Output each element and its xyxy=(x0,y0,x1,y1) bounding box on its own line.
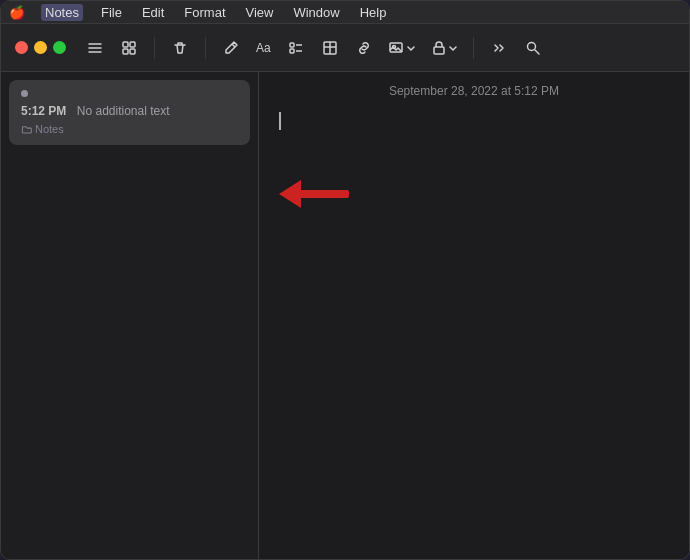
checklist-button[interactable] xyxy=(281,33,311,63)
note-list-item[interactable]: 5:12 PM No additional text Notes xyxy=(9,80,250,145)
svg-line-7 xyxy=(232,44,235,47)
note-preview: No additional text xyxy=(77,104,170,118)
list-view-button[interactable] xyxy=(80,33,110,63)
menu-view[interactable]: View xyxy=(244,5,276,20)
link-button[interactable] xyxy=(349,33,379,63)
link-icon xyxy=(356,40,372,56)
note-editor-area[interactable] xyxy=(259,106,689,559)
photo-dropdown-icon xyxy=(407,44,415,52)
font-button[interactable]: Aa xyxy=(250,33,277,63)
compose-icon xyxy=(223,40,239,56)
compose-button[interactable] xyxy=(216,33,246,63)
sep-3 xyxy=(473,37,474,59)
svg-line-19 xyxy=(535,50,539,54)
menu-format[interactable]: Format xyxy=(182,5,227,20)
menu-file[interactable]: File xyxy=(99,5,124,20)
search-button[interactable] xyxy=(518,33,548,63)
main-content: 5:12 PM No additional text Notes Septemb… xyxy=(1,72,689,559)
table-button[interactable] xyxy=(315,33,345,63)
checklist-icon xyxy=(288,40,304,56)
menu-window[interactable]: Window xyxy=(291,5,341,20)
minimize-button[interactable] xyxy=(34,41,47,54)
sidebar: 5:12 PM No additional text Notes xyxy=(1,72,259,559)
font-label: Aa xyxy=(256,41,271,55)
photo-icon xyxy=(389,40,405,56)
text-cursor xyxy=(279,112,281,130)
folder-icon xyxy=(21,124,32,135)
apple-menu[interactable]: 🍎 xyxy=(9,5,25,20)
svg-rect-10 xyxy=(290,49,294,53)
unread-dot xyxy=(21,90,28,97)
maximize-button[interactable] xyxy=(53,41,66,54)
note-date: September 28, 2022 at 5:12 PM xyxy=(259,72,689,106)
sep-2 xyxy=(205,37,206,59)
menu-help[interactable]: Help xyxy=(358,5,389,20)
more-button[interactable] xyxy=(484,33,514,63)
menubar: 🍎 Notes File Edit Format View Window Hel… xyxy=(1,1,689,24)
table-icon xyxy=(322,40,338,56)
lock-dropdown-icon xyxy=(449,44,457,52)
cursor-line xyxy=(279,110,669,132)
svg-rect-3 xyxy=(123,42,128,47)
note-folder: Notes xyxy=(21,123,238,135)
close-button[interactable] xyxy=(15,41,28,54)
sep-1 xyxy=(154,37,155,59)
menu-notes[interactable]: Notes xyxy=(41,4,83,21)
toolbar: Aa xyxy=(1,24,689,72)
menu-edit[interactable]: Edit xyxy=(140,5,166,20)
delete-button[interactable] xyxy=(165,33,195,63)
photo-button[interactable] xyxy=(383,33,421,63)
svg-rect-17 xyxy=(434,47,444,54)
folder-name: Notes xyxy=(35,123,64,135)
list-icon xyxy=(87,40,103,56)
svg-point-18 xyxy=(527,42,535,50)
lock-icon xyxy=(431,40,447,56)
svg-rect-8 xyxy=(290,43,294,47)
search-icon xyxy=(525,40,541,56)
trash-icon xyxy=(172,40,188,56)
chevron-right-double-icon xyxy=(491,40,507,56)
traffic-lights xyxy=(15,41,66,54)
svg-rect-4 xyxy=(130,42,135,47)
note-item-header: 5:12 PM No additional text xyxy=(21,101,238,119)
gallery-view-button[interactable] xyxy=(114,33,144,63)
note-time: 5:12 PM xyxy=(21,104,66,118)
note-editor[interactable]: September 28, 2022 at 5:12 PM xyxy=(259,72,689,559)
gallery-icon xyxy=(121,40,137,56)
app-window: 🍎 Notes File Edit Format View Window Hel… xyxy=(0,0,690,560)
svg-rect-6 xyxy=(130,49,135,54)
lock-button[interactable] xyxy=(425,33,463,63)
svg-rect-5 xyxy=(123,49,128,54)
